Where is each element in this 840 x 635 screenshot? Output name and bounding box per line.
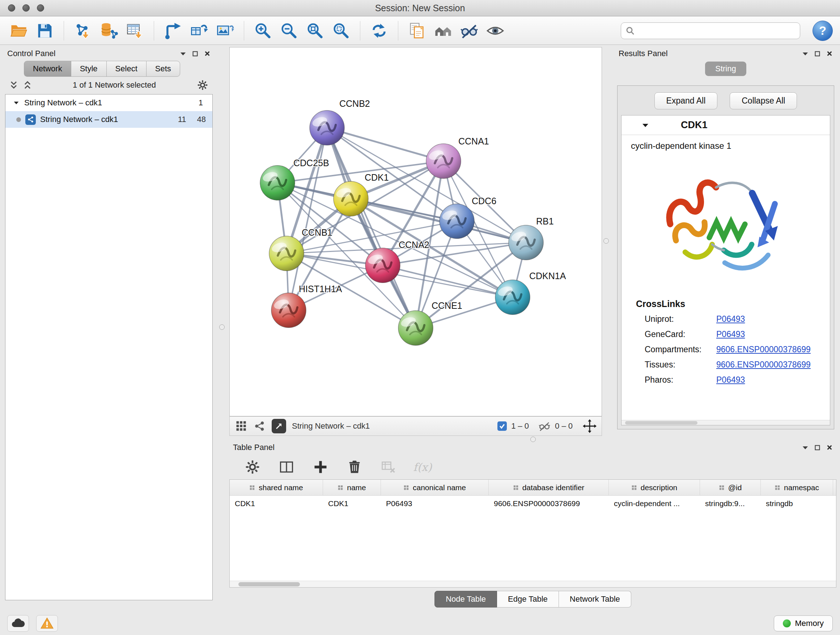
close-panel-icon[interactable]: [204, 50, 210, 57]
close-panel-icon[interactable]: [826, 50, 833, 57]
network-collection-row[interactable]: String Network – cdk1 1: [5, 95, 212, 111]
network-node[interactable]: [426, 144, 461, 179]
expand-all-button[interactable]: Expand All: [654, 92, 718, 109]
tab-select[interactable]: Select: [106, 61, 146, 77]
duplicate-document-button[interactable]: [406, 19, 429, 42]
table-options-button[interactable]: [244, 458, 261, 476]
zoom-out-button[interactable]: [278, 19, 301, 42]
uniprot-link[interactable]: P06493: [716, 314, 745, 324]
tab-string[interactable]: String: [705, 62, 746, 76]
table-cell[interactable]: P06493: [381, 496, 489, 511]
show-all-button[interactable]: [484, 19, 507, 42]
network-node[interactable]: [269, 236, 304, 271]
table-cell[interactable]: CDK1: [323, 496, 381, 511]
network-graph[interactable]: CCNB2CCNA1CDC25BCDK1CDC6RB1CCNB1CCNA2CDK…: [230, 48, 602, 416]
table-cell[interactable]: stringdb:9...: [700, 496, 761, 511]
network-node[interactable]: [398, 310, 433, 345]
birds-eye-view-button[interactable]: [235, 420, 248, 432]
show-columns-button[interactable]: [278, 458, 295, 476]
help-button[interactable]: ?: [813, 21, 833, 41]
genecard-link[interactable]: P06493: [716, 329, 745, 339]
network-edge[interactable]: [289, 128, 327, 310]
column-header[interactable]: canonical name: [381, 480, 489, 495]
splitter-handle[interactable]: [219, 325, 225, 330]
memory-button[interactable]: Memory: [774, 616, 833, 631]
collapse-all-networks-icon[interactable]: [9, 81, 18, 89]
table-cell[interactable]: CDK1: [230, 496, 323, 511]
column-header[interactable]: name: [323, 480, 381, 495]
tab-sets[interactable]: Sets: [146, 61, 180, 77]
network-node[interactable]: [271, 293, 306, 328]
collapse-all-button[interactable]: Collapse All: [729, 92, 797, 109]
results-horizontal-scrollbar[interactable]: [622, 420, 830, 425]
column-header[interactable]: description: [609, 480, 700, 495]
close-panel-icon[interactable]: [826, 444, 833, 451]
open-in-new-window-button[interactable]: [272, 419, 286, 433]
tissues-link[interactable]: 9606.ENSP00000378699: [716, 360, 811, 370]
tree-expand-caret-icon[interactable]: [13, 101, 19, 105]
pan-mode-button[interactable]: [583, 419, 597, 433]
zoom-selected-button[interactable]: [330, 19, 353, 42]
scrollbar-thumb[interactable]: [625, 421, 698, 424]
splitter-handle[interactable]: [531, 437, 536, 442]
apply-layout-button[interactable]: [368, 19, 391, 42]
float-panel-icon[interactable]: [814, 51, 821, 57]
function-builder-button[interactable]: f(x): [414, 458, 431, 476]
table-horizontal-scrollbar[interactable]: [230, 581, 836, 587]
column-header[interactable]: shared name: [230, 480, 323, 495]
gear-icon[interactable]: [197, 79, 208, 91]
pharos-link[interactable]: P06493: [716, 375, 745, 385]
table-cell[interactable]: stringdb: [761, 496, 833, 511]
network-canvas[interactable]: CCNB2CCNA1CDC25BCDK1CDC6RB1CCNB1CCNA2CDK…: [229, 47, 602, 416]
network-node[interactable]: [508, 225, 543, 260]
column-header[interactable]: @id: [700, 480, 761, 495]
network-node[interactable]: [495, 280, 530, 315]
import-network-from-file-button[interactable]: [71, 19, 95, 42]
network-node[interactable]: [439, 204, 474, 239]
hide-selected-button[interactable]: [458, 19, 481, 42]
export-image-button[interactable]: [213, 19, 237, 42]
float-panel-icon[interactable]: [192, 51, 198, 57]
collapse-caret-icon[interactable]: [180, 52, 186, 56]
network-node[interactable]: [365, 248, 400, 283]
expand-all-networks-icon[interactable]: [23, 81, 32, 89]
section-collapse-caret-icon[interactable]: [642, 123, 649, 127]
network-edge[interactable]: [327, 128, 444, 161]
network-row-selected[interactable]: String Network – cdk1 11 48: [5, 111, 212, 128]
tab-network-table[interactable]: Network Table: [559, 591, 631, 608]
compartments-link[interactable]: 9606.ENSP00000378699: [716, 345, 811, 355]
warnings-button[interactable]: [36, 615, 58, 632]
import-network-from-database-button[interactable]: [97, 19, 120, 42]
tab-node-table[interactable]: Node Table: [434, 591, 497, 608]
tab-style[interactable]: Style: [71, 61, 106, 77]
zoom-fit-button[interactable]: [303, 19, 327, 42]
collapse-caret-icon[interactable]: [802, 52, 808, 56]
create-column-button[interactable]: [312, 458, 329, 476]
column-header[interactable]: database identifier: [489, 480, 609, 495]
open-session-button[interactable]: [7, 19, 30, 42]
first-neighbors-button[interactable]: [161, 19, 185, 42]
zoom-in-button[interactable]: [251, 19, 275, 42]
scrollbar-thumb[interactable]: [238, 582, 300, 586]
table-cell[interactable]: cyclin-dependent ...: [609, 496, 700, 511]
splitter-handle[interactable]: [603, 238, 609, 244]
network-node[interactable]: [309, 111, 344, 145]
cloud-status-button[interactable]: [7, 615, 29, 632]
search-input[interactable]: [638, 26, 796, 35]
import-table-button[interactable]: [123, 19, 147, 42]
column-header[interactable]: namespac: [761, 480, 833, 495]
float-panel-icon[interactable]: [814, 445, 821, 451]
new-network-from-selection-button[interactable]: [187, 19, 210, 42]
table-cell[interactable]: 9606.ENSP00000378699: [489, 496, 609, 511]
string-network-button[interactable]: [254, 420, 266, 432]
cybrowser-home-button[interactable]: [431, 19, 455, 42]
save-session-button[interactable]: [33, 19, 57, 42]
tab-edge-table[interactable]: Edge Table: [497, 591, 559, 608]
collapse-caret-icon[interactable]: [802, 446, 808, 450]
tab-network[interactable]: Network: [24, 61, 71, 77]
delete-table-button[interactable]: [380, 458, 397, 476]
network-node[interactable]: [260, 165, 295, 200]
network-node[interactable]: [333, 181, 368, 216]
delete-column-button[interactable]: [346, 458, 363, 476]
selected-checkbox-icon[interactable]: [497, 421, 507, 431]
